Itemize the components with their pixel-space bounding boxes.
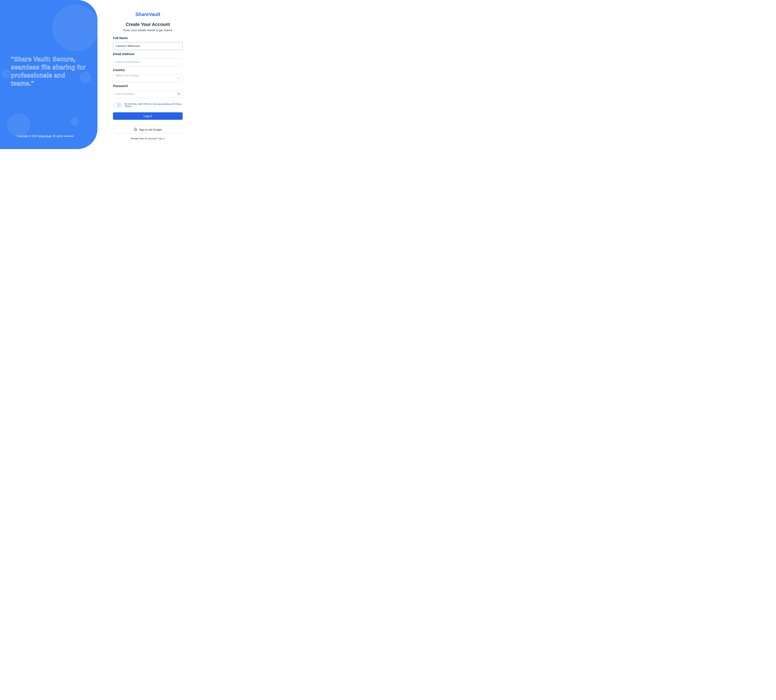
toggle-knob: [113, 103, 117, 107]
copyright-text: Copyright © 2024 ShareVault. All rights …: [17, 135, 74, 138]
terms-text: By continuing, I agree with your Terms a…: [125, 103, 183, 107]
email-input[interactable]: [113, 58, 183, 66]
terms-link[interactable]: Terms and Conditions: [152, 103, 171, 105]
country-label: Country: [113, 68, 183, 72]
page-title: Create Your Account: [113, 22, 183, 27]
eye-off-icon[interactable]: [177, 92, 180, 96]
logo: ShareVault: [113, 12, 183, 17]
page-subtitle: Enter your details below to get stared: [113, 28, 183, 32]
password-label: Password: [113, 84, 183, 88]
decorative-circle: [7, 113, 30, 137]
form-panel: ShareVault Create Your Account Enter you…: [97, 0, 190, 149]
decorative-circle: [70, 117, 79, 126]
login-button[interactable]: Log in: [113, 112, 183, 120]
hero-panel: "Share Vault: Secure, seamless file shar…: [0, 0, 97, 149]
terms-toggle[interactable]: [113, 103, 122, 107]
password-input[interactable]: [113, 90, 183, 98]
brand-link[interactable]: ShareVault: [38, 135, 51, 138]
decorative-circle: [52, 5, 97, 51]
country-select[interactable]: Select Your Country: [113, 74, 183, 82]
fullname-label: Full Name: [113, 36, 183, 40]
signin-prompt: Already have an account? Sign in: [113, 137, 183, 140]
google-icon: [134, 128, 137, 132]
google-button-label: Sign in wit Google: [139, 128, 162, 132]
decorative-circle: [2, 69, 11, 78]
fullname-input[interactable]: [113, 42, 183, 50]
email-label: Email Address: [113, 52, 183, 56]
google-signin-button[interactable]: Sign in wit Google: [113, 126, 183, 133]
hero-tagline: "Share Vault: Secure, seamless file shar…: [11, 55, 87, 87]
signin-link[interactable]: Sign in: [158, 137, 165, 140]
